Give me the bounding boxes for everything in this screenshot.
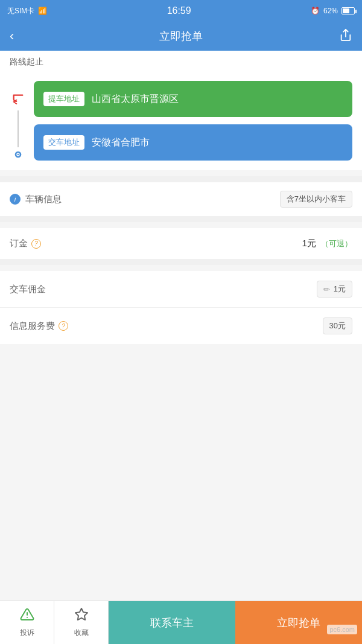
vehicle-info-value: 含7坐以内小客车 xyxy=(280,191,352,208)
status-right: ⏰ 62% xyxy=(311,7,355,15)
deposit-value: 1元 （可退） xyxy=(302,238,352,249)
status-left: 无SIM卡 📶 xyxy=(7,6,47,16)
wifi-icon: 📶 xyxy=(38,7,47,15)
service-fee-row: 信息服务费 ? 30元 xyxy=(0,308,362,344)
svg-point-3 xyxy=(17,154,19,156)
grab-button[interactable]: 立即抢单 xyxy=(235,601,362,644)
pickup-icon xyxy=(11,93,25,108)
deposit-question-icon[interactable]: ? xyxy=(31,239,41,249)
share-button[interactable] xyxy=(331,28,352,45)
section-label-text: 路线起止 xyxy=(10,57,43,66)
service-fee-value-tag: 30元 xyxy=(323,317,352,334)
grab-label: 立即抢单 xyxy=(277,616,320,630)
divider-3 xyxy=(0,259,362,265)
route-section: 提车地址 山西省太原市晋源区 交车地址 安徽省合肥市 xyxy=(0,71,362,170)
divider-2 xyxy=(0,216,362,222)
watermark: pc6.com xyxy=(327,625,357,634)
deposit-label-text: 订金 xyxy=(10,238,28,249)
fees-section: 交车佣金 ✏ 1元 信息服务费 ? 30元 xyxy=(0,271,362,344)
status-bar: 无SIM卡 📶 16:59 ⏰ 62% xyxy=(0,0,362,22)
service-fee-label-text: 信息服务费 xyxy=(10,320,55,332)
battery-icon xyxy=(341,7,355,14)
battery-percent: 62% xyxy=(323,7,338,15)
complaint-icon xyxy=(20,607,34,625)
dropoff-tag: 交车地址 xyxy=(43,135,84,150)
pickup-card[interactable]: 提车地址 山西省太原市晋源区 xyxy=(34,81,352,117)
payment-section: 订金 ? 1元 （可退） xyxy=(0,228,362,259)
svg-marker-6 xyxy=(75,608,87,620)
nav-title: 立即抢单 xyxy=(159,29,203,43)
deposit-amount: 1元 xyxy=(302,238,316,248)
commission-label: 交车佣金 xyxy=(10,284,46,295)
edit-icon: ✏ xyxy=(323,285,330,294)
info-icon: i xyxy=(10,194,21,205)
dropoff-icon xyxy=(13,150,23,161)
service-fee-label: 信息服务费 ? xyxy=(10,320,68,332)
contact-button[interactable]: 联系车主 xyxy=(109,601,235,644)
vehicle-info-label: 车辆信息 xyxy=(25,194,62,205)
dropoff-address: 安徽省合肥市 xyxy=(92,136,150,149)
route-cards: 提车地址 山西省太原市晋源区 交车地址 安徽省合肥市 xyxy=(34,81,352,161)
pickup-tag: 提车地址 xyxy=(43,92,84,106)
status-time: 16:59 xyxy=(167,5,191,16)
favorite-label: 收藏 xyxy=(74,628,89,638)
contact-label: 联系车主 xyxy=(150,616,194,630)
deposit-refundable: （可退） xyxy=(321,239,352,248)
tab-complaint[interactable]: 投诉 xyxy=(0,601,54,644)
tab-favorite[interactable]: 收藏 xyxy=(54,601,109,644)
vehicle-info-left: i 车辆信息 xyxy=(10,194,62,205)
bottom-bar: 投诉 收藏 联系车主 立即抢单 xyxy=(0,601,362,644)
route-vertical-line xyxy=(17,110,19,147)
divider-1 xyxy=(0,176,362,182)
commission-amount: 1元 xyxy=(334,284,346,295)
nav-bar: ‹ 立即抢单 xyxy=(0,22,362,51)
service-fee-question-icon[interactable]: ? xyxy=(59,321,68,331)
dropoff-card[interactable]: 交车地址 安徽省合肥市 xyxy=(34,124,352,161)
route-section-label: 路线起止 xyxy=(0,51,362,71)
carrier-label: 无SIM卡 xyxy=(7,6,34,16)
alarm-icon: ⏰ xyxy=(311,7,320,15)
service-fee-amount: 30元 xyxy=(329,320,346,331)
favorite-icon xyxy=(74,607,89,625)
vehicle-info-section: i 车辆信息 含7坐以内小客车 xyxy=(0,182,362,216)
deposit-label: 订金 ? xyxy=(10,238,41,249)
commission-label-text: 交车佣金 xyxy=(10,284,46,295)
commission-value-tag[interactable]: ✏ 1元 xyxy=(317,281,352,298)
route-icons xyxy=(10,81,27,161)
empty-space xyxy=(0,344,362,441)
pickup-address: 山西省太原市晋源区 xyxy=(92,93,179,106)
commission-row: 交车佣金 ✏ 1元 xyxy=(0,271,362,308)
back-button[interactable]: ‹ xyxy=(10,28,31,44)
complaint-label: 投诉 xyxy=(20,628,34,638)
deposit-row: 订金 ? 1元 （可退） xyxy=(0,228,362,259)
